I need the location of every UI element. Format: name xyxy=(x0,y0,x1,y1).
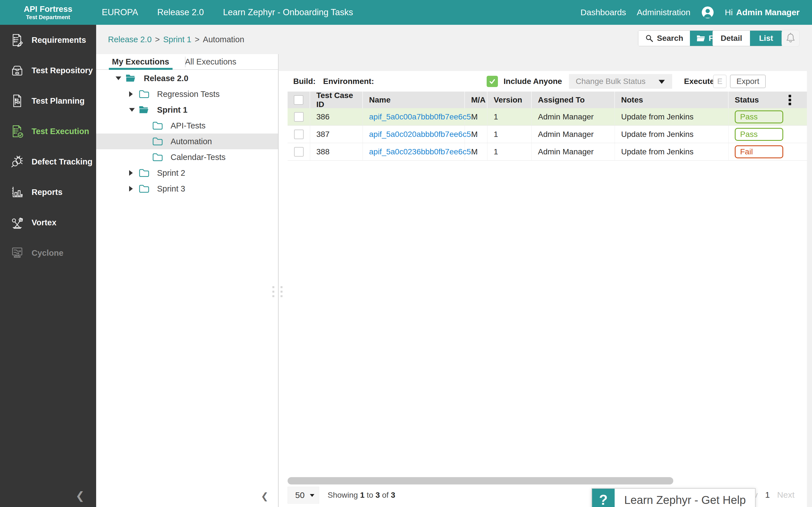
showing-to: 3 xyxy=(375,491,380,499)
sidebar-item-requirements[interactable]: Requirements xyxy=(0,25,96,55)
top-nav-item-2[interactable]: Release 2.0 xyxy=(157,7,204,17)
include-anyone-checkbox[interactable] xyxy=(487,76,498,87)
row-checkbox[interactable] xyxy=(294,129,304,139)
app-window: API Fortress Test Department EUROPARelea… xyxy=(0,0,812,507)
tree-node-calendar-tests[interactable]: Calendar-Tests xyxy=(96,149,278,165)
sidebar-item-test-execution[interactable]: Test Execution xyxy=(0,116,96,147)
panel-splitter-handle[interactable] xyxy=(272,286,283,297)
notifications-button[interactable] xyxy=(781,30,800,47)
breadcrumb-item-release-2-0[interactable]: Release 2.0 xyxy=(108,35,152,44)
showing-summary: Showing 1 to 3 of 3 xyxy=(327,491,395,500)
cell-version: 1 xyxy=(488,108,532,125)
horizontal-scrollbar[interactable] xyxy=(288,477,673,485)
left-sidebar: Requirements Test Repository Test Planni… xyxy=(0,25,96,507)
change-bulk-status-select[interactable]: Change Bulk Status xyxy=(569,74,672,89)
select-all-header-cell xyxy=(288,92,310,108)
row-checkbox[interactable] xyxy=(294,112,304,122)
cell-test-case-id: 386 xyxy=(310,108,363,125)
detail-list-toggle: Detail List xyxy=(712,31,782,46)
sidebar-item-reports[interactable]: Reports xyxy=(0,177,96,207)
sidebar-item-defect-tracking[interactable]: Defect Tracking xyxy=(0,147,96,177)
folder-open-icon xyxy=(139,105,149,115)
user-avatar-icon[interactable] xyxy=(701,6,714,19)
test-name-link[interactable]: apif_5a0c020abbb0fb7ee6c5... xyxy=(369,130,477,139)
folder-closed-icon xyxy=(152,121,163,130)
sidebar-collapse-chevron-icon[interactable]: ❮ xyxy=(75,490,85,502)
table-header-status[interactable]: Status xyxy=(728,92,807,108)
execute-e-button[interactable]: E xyxy=(713,75,726,88)
executions-table-panel: Build: Environment: Include Anyone Chang… xyxy=(279,71,807,507)
user-greeting[interactable]: Hi Admin Manager xyxy=(725,8,800,17)
page-size-select[interactable]: 50 xyxy=(288,487,319,504)
top-nav-item-3[interactable]: Learn Zephyr - Onboarding Tasks xyxy=(223,7,353,17)
executions-tabs: My ExecutionsAll Executions xyxy=(96,54,278,70)
dashboards-link[interactable]: Dashboards xyxy=(580,8,626,17)
caret-right-icon[interactable] xyxy=(129,170,133,176)
tree-node-sprint-1[interactable]: Sprint 1 xyxy=(96,102,278,118)
tree-node-sprint-3[interactable]: Sprint 3 xyxy=(96,181,278,196)
tab-all-executions[interactable]: All Executions xyxy=(185,54,236,69)
tree-node-automation[interactable]: Automation xyxy=(96,133,278,149)
table-header-version[interactable]: Version xyxy=(488,92,532,108)
brand-title: API Fortress xyxy=(0,4,96,14)
sidebar-item-test-planning[interactable]: Test Planning xyxy=(0,86,96,116)
kebab-menu-icon[interactable] xyxy=(789,95,791,105)
top-nav-item-1[interactable]: EUROPA xyxy=(102,7,138,17)
table-header-notes[interactable]: Notes xyxy=(615,92,728,108)
tree-node-label: API-Tests xyxy=(170,121,206,130)
row-checkbox[interactable] xyxy=(294,147,304,157)
caret-right-icon[interactable] xyxy=(129,186,133,191)
sidebar-item-test-repository[interactable]: Test Repository xyxy=(0,55,96,86)
tree-node-release-2-0[interactable]: Release 2.0 xyxy=(96,70,278,86)
breadcrumb-separator: > xyxy=(155,35,160,44)
top-header-bar: API Fortress Test Department EUROPARelea… xyxy=(0,0,812,25)
detail-view-button[interactable]: Detail xyxy=(713,31,750,46)
sidebar-item-label: Cyclone xyxy=(32,248,63,258)
tree-collapse-chevron-icon[interactable]: ❮ xyxy=(261,491,268,501)
sidebar-item-label: Requirements xyxy=(32,36,86,45)
environment-label: Environment: xyxy=(323,77,374,86)
export-button[interactable]: Export xyxy=(730,75,766,88)
cell-version: 1 xyxy=(488,126,532,143)
status-badge[interactable]: Pass xyxy=(735,110,783,123)
status-badge[interactable]: Pass xyxy=(735,128,783,141)
folder-closed-icon xyxy=(139,184,149,193)
next-page-button[interactable]: Next xyxy=(777,490,795,500)
caret-down-icon[interactable] xyxy=(116,76,121,80)
tree-node-api-tests[interactable]: API-Tests xyxy=(96,118,278,133)
sidebar-item-label: Vortex xyxy=(32,218,56,227)
cell-name: apif_5a0c00a7bbb0fb7ee6c5... xyxy=(363,108,465,125)
table-header-test-case-id[interactable]: Test Case ID xyxy=(310,92,363,108)
sidebar-item-label: Test Repository xyxy=(32,66,93,75)
search-button[interactable]: Search xyxy=(638,31,690,46)
list-view-button[interactable]: List xyxy=(750,31,782,46)
tab-my-executions[interactable]: My Executions xyxy=(96,54,185,69)
folder-closed-icon xyxy=(139,90,149,99)
folder-open-icon xyxy=(125,74,136,83)
sidebar-item-vortex[interactable]: Vortex xyxy=(0,207,96,238)
tree-node-label: Sprint 1 xyxy=(157,105,188,115)
table-header-m-a[interactable]: M/A xyxy=(465,92,488,108)
select-all-checkbox[interactable] xyxy=(294,95,303,105)
test-name-link[interactable]: apif_5a0c00a7bbb0fb7ee6c5... xyxy=(369,112,477,121)
row-select-cell xyxy=(288,143,310,160)
caret-down-icon[interactable] xyxy=(129,108,135,112)
status-badge[interactable]: Fail xyxy=(735,145,783,158)
help-widget[interactable]: ? Learn Zephyr - Get Help xyxy=(592,488,756,507)
test-name-link[interactable]: apif_5a0c0236bbb0fb7ee6c5... xyxy=(369,147,477,156)
administration-link[interactable]: Administration xyxy=(637,8,691,17)
build-label: Build: xyxy=(293,77,315,86)
tree-node-sprint-2[interactable]: Sprint 2 xyxy=(96,165,278,181)
table-header-assigned-to[interactable]: Assigned To xyxy=(532,92,615,108)
cell-notes: Update from Jenkins xyxy=(615,143,728,160)
table-footer: 50 Showing 1 to 3 of 3 xyxy=(288,487,395,504)
table-header-name[interactable]: Name xyxy=(363,92,465,108)
cell-ma: M xyxy=(465,143,488,160)
breadcrumb-item-sprint-1[interactable]: Sprint 1 xyxy=(163,35,192,44)
current-page-number[interactable]: 1 xyxy=(765,490,770,500)
cell-status: Pass xyxy=(728,108,807,125)
cell-test-case-id: 387 xyxy=(310,126,363,143)
tree-node-regression-tests[interactable]: Regression Tests xyxy=(96,86,278,102)
tree-node-label: Regression Tests xyxy=(157,90,220,99)
caret-right-icon[interactable] xyxy=(129,91,133,97)
